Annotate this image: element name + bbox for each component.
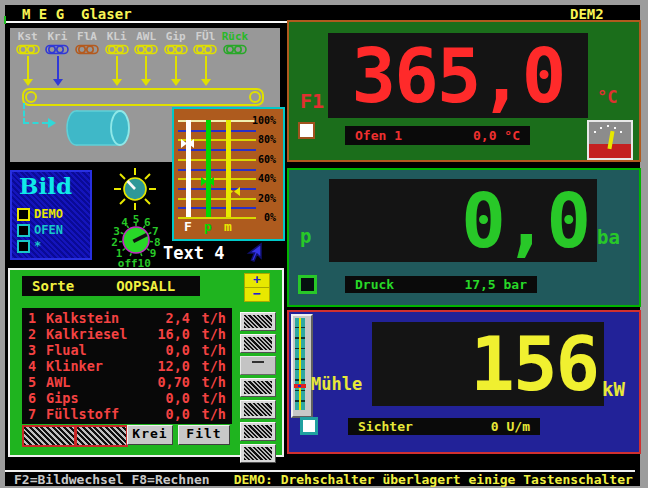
- feeder-symbol: AWL: [131, 31, 161, 87]
- material-nr: 3: [28, 342, 46, 358]
- bild-option-label: *: [34, 239, 41, 253]
- masked-button-2[interactable]: [75, 425, 128, 447]
- row-key-button[interactable]: [240, 444, 276, 463]
- muehle-checkbox[interactable]: [300, 417, 318, 435]
- sichter-status-value: 0 U/m: [491, 419, 530, 434]
- material-unit: t/h: [190, 326, 226, 342]
- ofen-status-value: 0,0 °C: [473, 128, 520, 143]
- slider-marker[interactable]: [294, 384, 306, 388]
- druck-tag-label: p: [300, 225, 311, 247]
- ofen-temperature-display: 365,0: [328, 33, 588, 118]
- hatch-pattern: [244, 447, 272, 460]
- masked-button-1[interactable]: [22, 425, 76, 447]
- feeder-label: Kri: [43, 31, 73, 43]
- feeder-symbol: FÜl: [191, 31, 221, 87]
- feeder-symbol: KLi: [102, 31, 132, 87]
- material-name: Klinker: [46, 358, 142, 374]
- category-label: m: [222, 219, 234, 234]
- flow-line: [23, 122, 48, 124]
- minus-button[interactable]: −: [244, 287, 270, 302]
- material-nr: 7: [28, 406, 46, 422]
- ofen-checkbox[interactable]: [298, 122, 315, 139]
- bild-option[interactable]: *: [17, 238, 63, 254]
- hatch-pattern: [244, 381, 272, 394]
- feeder-label: KLi: [102, 31, 132, 43]
- bild-option[interactable]: OFEN: [17, 222, 63, 238]
- krei-button[interactable]: Krei: [127, 425, 173, 445]
- sorte-panel: Sorte OOPSALL + − 1 Kalkstein 2,4 t/h 2 …: [8, 268, 284, 457]
- ofen-tag-label: F1: [300, 89, 324, 113]
- feeder-symbol: FlA: [72, 31, 102, 87]
- muehle-level-slider[interactable]: [291, 314, 313, 418]
- material-unit: t/h: [190, 390, 226, 406]
- roller-feeder-icon: [193, 44, 217, 55]
- belt-pulley-right: [249, 91, 261, 103]
- knob-position-label: 2: [111, 236, 118, 249]
- level-marker-F[interactable]: [181, 139, 195, 149]
- y-tick-label: 20%: [248, 193, 276, 204]
- bild-panel: Bild DEMO OFEN *: [10, 170, 92, 260]
- material-rate: 0,0: [142, 406, 190, 422]
- level-marker-m[interactable]: [227, 187, 241, 197]
- material-nr: 1: [28, 310, 46, 326]
- checkbox-icon[interactable]: [17, 224, 30, 237]
- feed-rate-knob[interactable]: off12345678910: [100, 202, 172, 274]
- muehle-unit-label: kW: [602, 378, 625, 400]
- analog-meter-icon[interactable]: [587, 120, 633, 160]
- category-label: F: [182, 219, 194, 234]
- material-row: 3 Flual 0,0 t/h: [22, 342, 232, 358]
- muehle-panel: Mühle 156 kW Sichter 0 U/m: [287, 310, 641, 454]
- row-key-button[interactable]: [240, 334, 276, 353]
- sichter-status-label: Sichter: [358, 419, 413, 434]
- level-marker-p[interactable]: [201, 177, 215, 187]
- row-key-button[interactable]: [240, 400, 276, 419]
- material-rate: 12,0: [142, 358, 190, 374]
- bild-option-label: DEMO: [34, 207, 63, 221]
- roller-feeder-icon: [16, 44, 40, 55]
- druck-panel: 0,0 p ba Druck 17,5 bar: [287, 168, 641, 307]
- feeder-symbol: Kri: [43, 31, 73, 87]
- druck-checkbox[interactable]: [298, 275, 317, 294]
- feeder-label: AWL: [131, 31, 161, 43]
- checkbox-icon[interactable]: [17, 240, 30, 253]
- row-key-button[interactable]: [240, 356, 276, 375]
- y-tick-label: 60%: [248, 154, 276, 165]
- feeder-label: FlA: [72, 31, 102, 43]
- hatch-pattern: [244, 337, 272, 350]
- level-track-F: [186, 120, 191, 217]
- feeder-label: FÜl: [191, 31, 221, 43]
- material-name: Füllstoff: [46, 406, 142, 422]
- druck-status-label: Druck: [355, 277, 394, 292]
- knob-position-label: 5: [133, 212, 140, 225]
- bild-option[interactable]: DEMO: [17, 206, 63, 222]
- ofen-status-label: Ofen 1: [355, 128, 402, 143]
- material-row: 2 Kalkriesel 16,0 t/h: [22, 326, 232, 342]
- feeder-symbol: Kst: [13, 31, 43, 87]
- druck-unit-label: ba: [597, 226, 620, 248]
- ofen-unit-label: °C: [597, 87, 617, 107]
- material-unit: t/h: [190, 358, 226, 374]
- sorte-bottom-buttons: KreiFilt: [22, 425, 272, 443]
- muehle-power-display: 156: [372, 322, 604, 406]
- knob-position-label: 6: [144, 215, 151, 228]
- material-row: 4 Klinker 12,0 t/h: [22, 358, 232, 374]
- filt-button[interactable]: Filt: [178, 425, 230, 445]
- roller-feeder-icon: [223, 44, 247, 55]
- material-rate: 16,0: [142, 326, 190, 342]
- material-row: 1 Kalkstein 2,4 t/h: [22, 310, 232, 326]
- material-nr: 6: [28, 390, 46, 406]
- material-rate: 2,4: [142, 310, 190, 326]
- belt-pulley-left: [25, 91, 37, 103]
- demo-note: DEMO: Drehschalter überlagert einige Tas…: [234, 472, 633, 487]
- checkbox-icon[interactable]: [17, 208, 30, 221]
- material-row: 6 Gips 0,0 t/h: [22, 390, 232, 406]
- ofen-status-bar: Ofen 1 0,0 °C: [345, 126, 530, 145]
- row-key-button[interactable]: [240, 312, 276, 331]
- sorte-header-value: OOPSALL: [116, 278, 175, 294]
- row-key-button[interactable]: [240, 378, 276, 397]
- material-name: AWL: [46, 374, 142, 390]
- mill-drum-icon: [62, 108, 138, 150]
- flow-line: [23, 103, 25, 124]
- sorte-header-label: Sorte: [32, 278, 74, 294]
- level-track-p: [206, 120, 211, 217]
